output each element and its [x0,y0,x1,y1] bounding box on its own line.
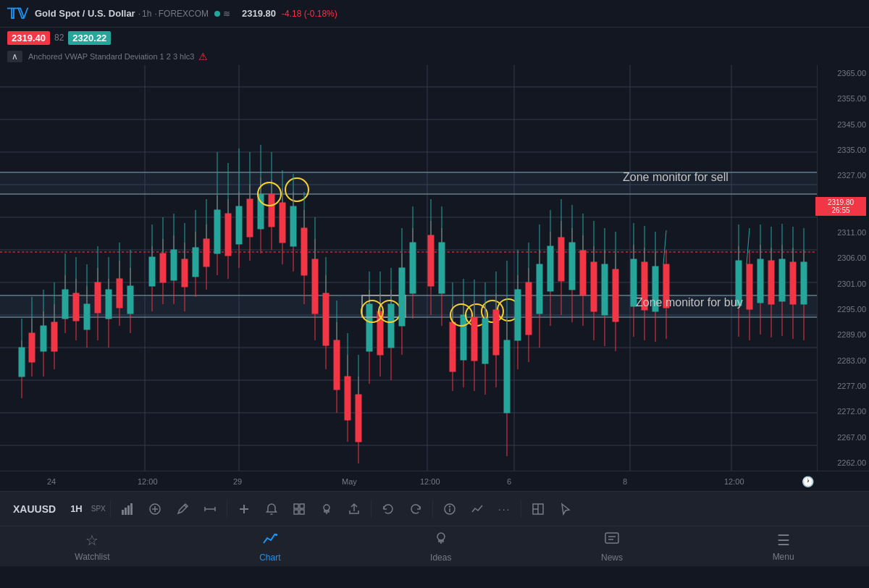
nav-chart[interactable]: Chart [245,527,295,566]
indicators-button[interactable] [115,498,140,520]
collapse-button[interactable]: ∧ [7,51,22,62]
svg-point-254 [449,506,450,507]
toolbar-sep3 [371,500,371,518]
svg-rect-248 [294,510,298,514]
time-label-24: 24 [47,477,56,486]
more-button[interactable]: ··· [492,499,517,519]
redo-button[interactable] [403,498,428,520]
svg-rect-216 [757,259,763,303]
ask-price[interactable]: 2320.22 [68,31,111,45]
chart-tf-label: 1h [142,9,151,19]
svg-rect-81 [225,214,231,256]
chart-canvas[interactable]: Zone monitor for sell Zone monitor for b… [0,65,869,471]
chart-symbol: Gold Spot / U.S. Dollar [35,8,135,19]
time-label-1200a: 12:00 [138,477,158,486]
nav-menu[interactable]: ☰ Menu [758,529,809,565]
alert-button[interactable] [259,498,284,520]
measure-button[interactable] [198,498,222,520]
price-level: 2295.00 [820,305,866,314]
clock-icon[interactable]: 🕐 [802,476,814,487]
svg-rect-168 [515,290,521,340]
svg-rect-75 [203,239,209,266]
objects-button[interactable] [287,498,311,520]
price-level: 2306.00 [820,253,866,262]
time-label-1200c: 12:00 [724,477,744,486]
svg-point-250 [324,505,329,511]
svg-rect-119 [356,395,361,442]
price-level: 2365.00 [820,69,866,77]
price-level: 2327.00 [820,171,866,180]
share-button[interactable] [342,498,366,520]
svg-rect-234 [127,505,130,515]
chart-interval: · [138,9,140,19]
symbol-display: XAUUSD [7,499,62,519]
indicator-row: ∧ Anchored VWAP Standard Deviation 1 2 3… [0,48,869,65]
time-axis: 24 12:00 29 May 12:00 6 8 12:00 🕐 [0,471,869,491]
svg-line-214 [747,228,750,264]
candlestick-chart: Zone monitor for sell Zone monitor for b… [0,65,817,471]
lightbulb-button[interactable] [314,498,339,520]
svg-rect-232 [122,510,124,515]
svg-rect-93 [269,194,274,227]
svg-rect-165 [504,340,510,413]
svg-rect-116 [345,377,350,420]
undo-button[interactable] [376,498,400,520]
svg-rect-171 [526,282,532,335]
svg-rect-110 [323,293,329,345]
add-button[interactable] [232,498,256,520]
svg-rect-122 [366,304,372,351]
time-label-1200b: 12:00 [420,477,440,486]
warning-icon: ⚠ [198,51,208,62]
ideas-icon [433,530,449,550]
svg-rect-33 [41,326,46,351]
stats-button[interactable] [465,498,490,520]
cursor-button[interactable] [553,498,578,520]
layout-button[interactable] [526,498,550,520]
chart-separator: · [154,9,156,19]
nav-watchlist[interactable]: ☆ Watchlist [60,529,124,565]
header-price-change: -4.18 (-0.18%) [282,9,337,19]
svg-rect-101 [290,206,296,246]
connection-status-dot [214,11,220,17]
price-level: 2267.00 [820,433,866,442]
svg-rect-107 [312,259,318,314]
nav-news[interactable]: News [587,527,637,566]
svg-rect-98 [280,203,285,243]
price-level: 2335.00 [820,146,866,154]
svg-rect-222 [779,259,785,301]
svg-rect-192 [602,264,608,315]
svg-rect-27 [19,348,25,377]
svg-rect-48 [95,282,101,313]
toolbar-symbol-label: XAUUSD [13,503,56,515]
toolbar-separator [110,500,111,518]
chart-exchange: FOREXCOM [159,9,209,19]
svg-rect-177 [547,246,553,291]
svg-rect-36 [51,322,57,351]
svg-rect-69 [182,259,188,287]
svg-rect-159 [482,319,488,364]
svg-rect-137 [410,243,416,293]
info-button[interactable] [437,498,462,520]
price-row: 2319.40 82 2320.22 [0,28,869,48]
drawing-button[interactable] [170,498,195,520]
price-level: 2345.00 [820,120,866,129]
svg-rect-228 [801,262,807,304]
price-level: 2277.00 [820,382,866,390]
svg-rect-113 [334,340,340,390]
svg-rect-162 [493,310,499,355]
time-label-6: 6 [507,477,511,486]
svg-rect-247 [300,504,304,508]
svg-rect-261 [605,533,618,543]
timeframe-display[interactable]: 1H [64,499,91,518]
svg-rect-45 [84,304,90,329]
nav-chart-label: Chart [259,553,280,563]
time-label-may: May [342,477,357,486]
bid-price[interactable]: 2319.40 [7,31,50,45]
svg-point-259 [437,533,445,540]
compare-button[interactable] [143,498,167,520]
svg-rect-156 [471,317,477,361]
nav-news-label: News [601,553,623,563]
nav-ideas[interactable]: Ideas [416,527,466,566]
svg-rect-189 [591,262,597,311]
tv-logo: 𝕋𝕍 [7,5,28,22]
